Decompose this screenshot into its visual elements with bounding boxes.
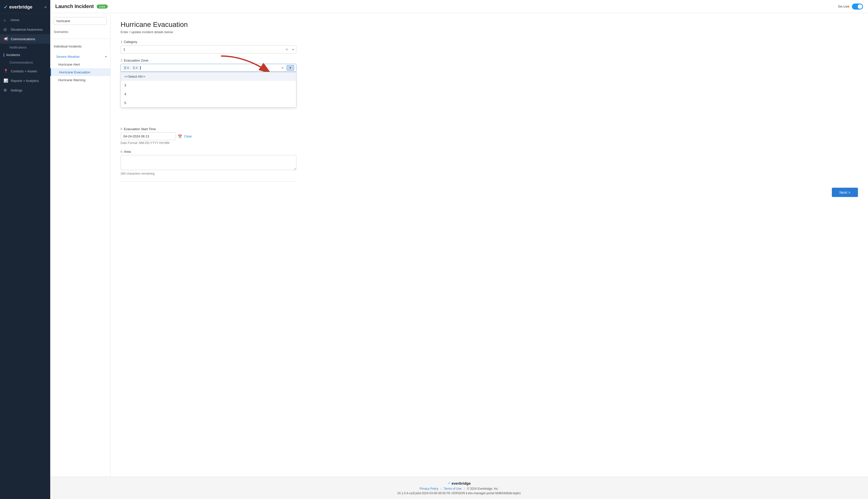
footer-info-icon: ℹ	[466, 491, 467, 495]
area-textarea[interactable]	[121, 155, 296, 170]
sidebar-nav: ⌂ Home ◎ Situational Awareness 📢 Communi…	[0, 13, 50, 499]
group-items-severe-weather: Hurricane Alert Hurricane Evacuation Hur…	[50, 61, 110, 84]
incident-item-hurricane-evacuation[interactable]: Hurricane Evacuation	[50, 68, 110, 76]
footer-copyright: © 2024 Everbridge, Inc.	[467, 487, 498, 490]
calendar-icon: 📅	[178, 134, 182, 138]
contacts-assets-icon: 📍	[3, 69, 8, 73]
category-label-text: Category	[124, 40, 137, 44]
privacy-policy-link[interactable]: Privacy Policy	[419, 487, 438, 490]
sidebar-item-communications[interactable]: 📢 Communications	[0, 34, 50, 44]
group-label-severe-weather: Severe Weather	[56, 55, 80, 59]
evacuation-zone-dropdown: <<Select All>> 3 4 5	[121, 72, 296, 108]
tag-1-remove[interactable]: ✕	[135, 66, 138, 70]
sidebar-item-communications-sub[interactable]: Communications	[0, 59, 50, 66]
tag-1: 1 ✕	[132, 65, 139, 70]
home-icon: ⌂	[3, 18, 8, 22]
sidebar-collapse-button[interactable]: «	[45, 5, 47, 9]
date-format-hint: Date Format: MM-DD-YYYY HH:MM	[121, 141, 858, 145]
topbar-right: Go Live	[838, 3, 863, 10]
content-area: Scenarios Individual Incidents Severe We…	[50, 13, 868, 477]
sidebar-item-situational-awareness[interactable]: ◎ Situational Awareness	[0, 25, 50, 34]
group-header-severe-weather[interactable]: Severe Weather ▾	[50, 53, 110, 61]
footer-sep-1: |	[441, 487, 442, 490]
sidebar-item-label-incidents: Incidents	[6, 53, 20, 57]
sidebar-item-label-settings: Settings	[11, 88, 22, 92]
individual-incidents-label: Individual Incidents	[50, 43, 110, 50]
footer-sep-2: |	[464, 487, 464, 490]
footer-check-icon: ✓	[448, 481, 451, 485]
evacuation-zone-input[interactable]: 2 ✕ 1 ✕ ✕ ▾	[121, 64, 296, 72]
sidebar-item-contacts-assets[interactable]: 📍 Contacts + Assets	[0, 66, 50, 76]
evacuation-zone-num: 2	[121, 59, 122, 62]
form-subtitle: Enter / update incident details below	[121, 30, 858, 34]
category-num: 1	[121, 40, 122, 44]
logo-text: everbridge	[9, 4, 33, 10]
sidebar-logo-area: ✓ everbridge «	[0, 0, 50, 13]
footer-build: ebs-manager-portal-5b9b54d5dd-bqdcc	[468, 491, 521, 495]
sidebar-item-label-notifications: Notifications	[10, 46, 27, 49]
category-clear-icon[interactable]: ✕	[285, 48, 288, 51]
category-chevron-down-icon: ▾	[292, 48, 294, 51]
toggle-knob	[858, 4, 862, 9]
evacuation-zone-dropdown-toggle[interactable]: ▾	[287, 65, 294, 71]
search-input[interactable]	[54, 17, 107, 25]
sidebar-item-home[interactable]: ⌂ Home	[0, 15, 50, 25]
area-label-text: Area	[124, 150, 131, 154]
go-live-toggle[interactable]	[852, 3, 863, 10]
dropdown-item-3[interactable]: 3	[121, 81, 296, 90]
form-title: Hurricane Evacuation	[121, 21, 858, 29]
area-field: 6 Area 260 characters remaining	[121, 150, 858, 175]
logo-check-icon: ✓	[3, 4, 8, 10]
topbar: Launch Incident Live Go Live	[50, 0, 868, 13]
footer-logo-text: everbridge	[451, 481, 471, 485]
text-cursor	[140, 66, 141, 70]
sidebar-item-reports-analytics[interactable]: 📊 Reports + Analytics	[0, 76, 50, 85]
chars-remaining: 260 characters remaining	[121, 172, 858, 175]
evacuation-start-time-label: 5 Evacuation Start Time	[121, 127, 858, 131]
situational-awareness-icon: ◎	[3, 27, 8, 32]
sidebar-item-notifications[interactable]: Notifications	[0, 44, 50, 51]
clear-date-link[interactable]: Clear	[184, 134, 192, 138]
dropdown-item-4[interactable]: 4	[121, 90, 296, 98]
tag-1-value: 1	[133, 66, 135, 70]
chevron-down-icon: ▾	[105, 55, 107, 58]
terms-of-use-link[interactable]: Terms of Use	[444, 487, 462, 490]
area-num: 6	[121, 150, 122, 154]
evacuation-zone-label-text: Evacuation Zone	[124, 59, 148, 62]
sidebar-item-label-contacts-assets: Contacts + Assets	[11, 69, 37, 73]
dropdown-item-select-all[interactable]: <<Select All>>	[121, 72, 296, 81]
logo: ✓ everbridge	[3, 4, 33, 10]
incidents-bar-icon	[3, 53, 4, 57]
evacuation-start-time-num: 5	[121, 127, 122, 131]
date-input[interactable]	[121, 132, 176, 140]
evacuation-zone-label: 2 Evacuation Zone	[121, 59, 858, 62]
evacuation-zone-clear-icon[interactable]: ✕	[280, 66, 285, 70]
evacuation-zone-field: 2 Evacuation Zone 2 ✕ 1 ✕ ✕	[121, 59, 858, 72]
footer-links: Privacy Policy | Terms of Use | © 2024 E…	[54, 487, 864, 490]
divider	[50, 39, 110, 39]
tag-2-value: 2	[124, 66, 126, 70]
next-button[interactable]: Next >	[832, 188, 858, 197]
dropdown-item-5[interactable]: 5	[121, 98, 296, 107]
sidebar-item-label-communications-sub: Communications	[10, 61, 33, 64]
scenario-group-severe-weather: Severe Weather ▾ Hurricane Alert Hurrica…	[50, 53, 110, 84]
tag-2-remove[interactable]: ✕	[127, 66, 129, 70]
category-select-wrapper: 1 ✕ ▾	[121, 45, 296, 53]
tag-2: 2 ✕	[123, 65, 131, 70]
incident-item-hurricane-warning[interactable]: Hurricane Warning	[50, 76, 110, 84]
date-input-wrapper: 📅 Clear	[121, 132, 858, 140]
sidebar-item-settings[interactable]: ⚙ Settings	[0, 85, 50, 95]
incident-item-hurricane-alert[interactable]: Hurricane Alert	[50, 61, 110, 68]
category-label: 1 Category	[121, 40, 858, 44]
area-label: 6 Area	[121, 150, 858, 154]
topbar-left: Launch Incident Live	[55, 3, 108, 9]
left-panel: Scenarios Individual Incidents Severe We…	[50, 13, 111, 477]
main-container: Launch Incident Live Go Live Scenarios I…	[50, 0, 868, 499]
sidebar-item-incidents[interactable]: Incidents	[0, 51, 50, 59]
category-select[interactable]: 1	[121, 45, 296, 53]
sidebar-item-label-reports-analytics: Reports + Analytics	[11, 79, 39, 83]
go-live-label: Go Live	[838, 4, 850, 8]
footer-version: 24.1.0.4-ca31a5d-2024-03-06-06:56 FE-VER…	[54, 491, 864, 495]
reports-icon: 📊	[3, 78, 8, 83]
category-field: 1 Category 1 ✕ ▾	[121, 40, 858, 53]
